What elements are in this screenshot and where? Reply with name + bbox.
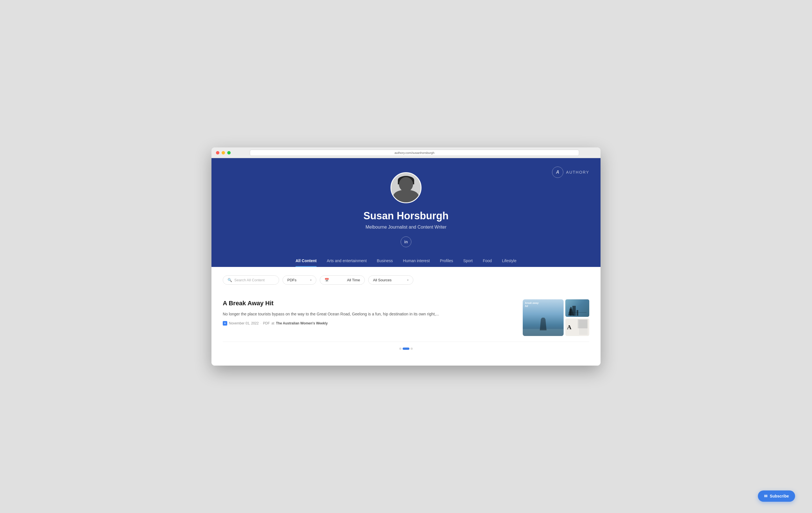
filters-bar: 🔍 Search All Content PDFs ▾ 📅 All Time A… [223,275,589,285]
tab-sport[interactable]: Sport [458,255,477,267]
search-placeholder: Search All Content [234,278,265,282]
address-bar[interactable]: authory.com/susanhorsburgh [250,150,579,156]
calendar-icon: 📅 [324,278,329,282]
search-box[interactable]: 🔍 Search All Content [223,275,279,285]
article-main-image [523,299,563,336]
tab-profiles[interactable]: Profiles [435,255,458,267]
search-icon: 🔍 [228,278,232,282]
article-excerpt: No longer the place tourists bypass on t… [223,311,516,317]
article-small-image-top [565,299,589,317]
browser-close-dot[interactable] [216,151,219,154]
browser-window: authory.com/susanhorsburgh A AUTHORY Sus… [211,147,601,366]
article-secondary-images [565,299,589,336]
nav-tabs: All Content Arts and entertainment Busin… [223,255,589,267]
browser-maximize-dot[interactable] [227,151,231,154]
article-title: A Break Away Hit [223,299,516,307]
subscribe-button[interactable]: ✉ Subscribe [758,490,795,502]
browser-minimize-dot[interactable] [222,151,225,154]
hero-section: A AUTHORY Susan Horsburgh Melbourne Jour… [211,158,601,267]
authory-logo: A AUTHORY [552,167,589,178]
avatar-image [392,173,420,202]
type-filter-label: PDFs [287,278,297,282]
authory-icon: A [223,321,227,326]
tab-lifestyle[interactable]: Lifestyle [497,255,521,267]
article-source: The Australian Women's Weekly [276,321,328,325]
article-card[interactable]: A Break Away Hit No longer the place tou… [223,294,589,342]
type-filter-dropdown[interactable]: PDFs ▾ [283,275,316,285]
avatar [390,172,422,203]
linkedin-button[interactable]: in [401,237,411,247]
article-small-image-bottom [565,319,589,336]
avatar-body [393,190,419,202]
person-name: Susan Horsburgh [364,210,448,222]
article-format: PDF [263,321,270,325]
sources-filter-dropdown[interactable]: All Sources ▾ [368,275,413,285]
chevron-down-icon-sources: ▾ [407,278,409,281]
sources-filter-label: All Sources [373,278,392,282]
tab-all-content[interactable]: All Content [290,255,322,267]
pagination-dot-active [403,348,409,350]
browser-chrome: authory.com/susanhorsburgh [211,147,601,158]
meta-separator: · [260,321,261,325]
tab-food[interactable]: Food [477,255,497,267]
pagination-dot [399,348,402,350]
person-subtitle: Melbourne Journalist and Content Writer [366,225,446,230]
article-images [523,299,589,336]
article-date: November 01, 2022 [229,321,259,325]
tab-arts-entertainment[interactable]: Arts and entertainment [322,255,372,267]
tab-business[interactable]: Business [372,255,398,267]
authory-logo-text: AUTHORY [566,170,589,175]
authory-logo-icon: A [552,167,563,178]
tab-human-interest[interactable]: Human interest [398,255,435,267]
time-filter-dropdown[interactable]: 📅 All Time [320,275,365,285]
pagination-dot-2 [410,348,413,350]
time-filter-label: All Time [347,278,360,282]
chevron-down-icon: ▾ [310,278,312,281]
pagination [223,342,589,353]
content-area: 🔍 Search All Content PDFs ▾ 📅 All Time A… [211,267,601,366]
article-meta: A November 01, 2022 · PDF at The Austral… [223,321,516,326]
article-text: A Break Away Hit No longer the place tou… [223,299,516,326]
subscribe-label: Subscribe [770,494,789,499]
meta-at: at [271,321,274,325]
envelope-icon: ✉ [764,494,767,499]
